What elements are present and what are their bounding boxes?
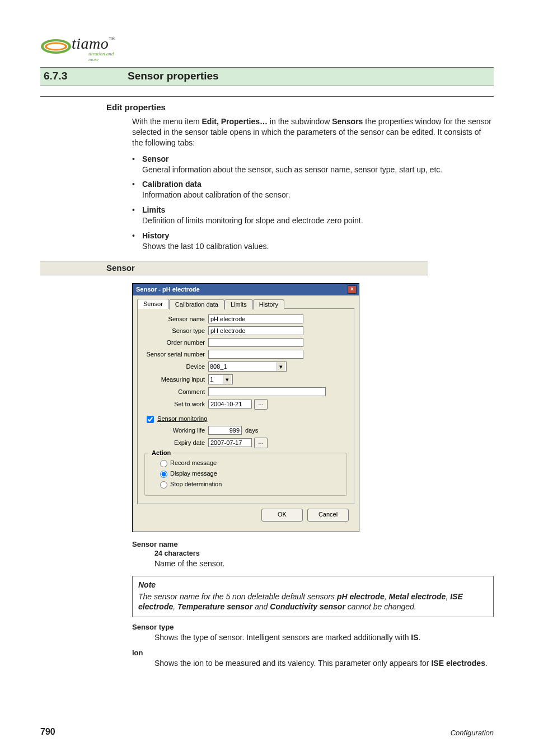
bullet-body: Definition of limits monitoring for slop… [142,216,363,225]
label-expiry-date: Expiry date [143,439,208,446]
tab-sensor[interactable]: Sensor [137,299,169,309]
text: in the subwindow [268,117,332,126]
set-to-work-input[interactable] [208,400,252,408]
working-life-unit: days [245,427,258,434]
def-body-ion: Shows the ion to be measured and its val… [154,658,494,669]
device-value: 808_1 [210,363,227,370]
measuring-input-value: 1 [210,376,213,383]
section-title: Sensor properties [128,70,219,82]
text: . [485,659,488,668]
radio-label: Record message [170,459,217,466]
def-body-sensor-type: Shows the type of sensor. Intelligent se… [154,632,494,643]
tab-limits[interactable]: Limits [224,299,253,309]
edit-properties-heading: Edit properties [106,102,494,112]
radio-display-message[interactable] [160,471,167,478]
is-marker: IS [411,633,418,642]
text: cannot be changed. [345,602,416,611]
subwindow-ref: Sensors [332,117,363,126]
close-icon[interactable]: × [348,285,357,294]
label-serial-number: Sensor serial number [143,351,208,358]
sensor-monitoring-checkbox[interactable] [147,416,154,423]
chevron-down-icon: ▾ [223,375,231,384]
label-measuring-input: Measuring input [143,376,208,383]
device-select[interactable]: 808_1 ▾ [208,361,287,372]
action-legend: Action [149,449,173,456]
tab-calibration-data[interactable]: Calibration data [169,299,224,309]
svg-point-3 [47,44,65,49]
sensor-monitoring-toggle[interactable]: Sensor monitoring [144,414,348,425]
dialog-screenshot: Sensor - pH electrode × Sensor Calibrati… [132,283,494,532]
subsection-heading: Sensor [106,263,135,273]
dialog-title: Sensor - pH electrode [136,286,200,293]
edit-properties-intro: With the menu item Edit, Properties… in … [132,116,494,148]
working-life-input[interactable] [208,426,242,435]
bullet-title: Limits [142,205,165,214]
sensor-type-display [208,326,303,335]
list-item: Sensor General information about the sen… [132,154,494,175]
radio-label: Stop determination [170,481,222,487]
text: , [173,602,177,611]
tab-panel-sensor: Sensor name Sensor type Order number Sen… [137,308,354,504]
chapter-name: Configuration [451,729,494,737]
measuring-input-select[interactable]: 1 ▾ [208,374,233,384]
rule-line [40,96,494,97]
action-group: Action Record message Display message St… [144,453,347,496]
logo-tagline: titration and more [88,51,124,62]
label-order-number: Order number [143,339,208,346]
sensor-name-input[interactable] [208,314,303,323]
logo-brand: tiamo [72,35,109,52]
radio-record-message[interactable] [160,460,167,467]
label-set-to-work: Set to work [143,401,208,407]
expiry-date-input[interactable] [208,438,252,447]
label-comment: Comment [143,388,208,395]
dialog-titlebar[interactable]: Sensor - pH electrode × [133,284,359,295]
bullet-title: Sensor [142,154,168,163]
list-item: Calibration data Information about calib… [132,179,494,200]
text: . [419,633,421,642]
bullet-body: Information about calibration of the sen… [142,190,291,199]
tabs-bullet-list: Sensor General information about the sen… [132,154,494,252]
text: The sensor name for the 5 non deletable … [138,592,337,601]
action-record-message[interactable]: Record message [157,458,341,467]
text: With the menu item [132,117,202,126]
def-term-sensor-type: Sensor type [132,623,494,631]
menu-item-ref: Edit, Properties… [202,117,268,126]
action-display-message[interactable]: Display message [157,469,341,478]
sensor-ref: Conductivity sensor [270,602,345,611]
label-sensor-name: Sensor name [143,316,208,322]
cancel-button[interactable]: Cancel [307,509,349,522]
text: Shows the ion to be measured and its val… [154,659,431,668]
sensor-monitoring-label: Sensor monitoring [157,415,207,422]
dialog-tabs: Sensor Calibration data Limits History [137,299,354,309]
tab-history[interactable]: History [253,299,284,309]
text: Shows the type of sensor. Intelligent se… [154,633,411,642]
serial-number-input[interactable] [208,350,303,359]
radio-label: Display message [170,470,217,477]
comment-input[interactable] [208,387,326,396]
def-term-sensor-name: Sensor name [132,540,494,548]
bullet-body: Shows the last 10 calibration values. [142,242,269,251]
bullet-title: History [142,231,169,240]
ok-button[interactable]: OK [261,509,303,522]
list-item: Limits Definition of limits monitoring f… [132,205,494,226]
def-term-ion: Ion [132,649,494,657]
page-number: 790 [40,727,55,737]
bullet-body: General information about the sensor, su… [142,165,442,174]
action-stop-determination[interactable]: Stop determination [157,480,341,489]
bullet-title: Calibration data [142,180,202,189]
order-number-input[interactable] [208,338,303,347]
note-box: Note The sensor name for the 5 non delet… [132,576,494,618]
dialog-button-bar: OK Cancel [137,504,354,527]
set-to-work-picker-button[interactable]: … [254,399,268,410]
label-sensor-type: Sensor type [143,327,208,334]
note-title: Note [138,580,488,590]
def-range-sensor-name: 24 characters [154,550,494,557]
sensor-ref: Temperature sensor [177,602,252,611]
logo-tm: ™ [109,36,115,43]
sensor-ref: pH electrode [337,592,385,601]
ise-ref: ISE electrodes [431,659,485,668]
text: and [252,602,270,611]
radio-stop-determination[interactable] [160,481,167,489]
expiry-date-picker-button[interactable]: … [254,438,268,448]
label-working-life: Working life [143,427,208,434]
